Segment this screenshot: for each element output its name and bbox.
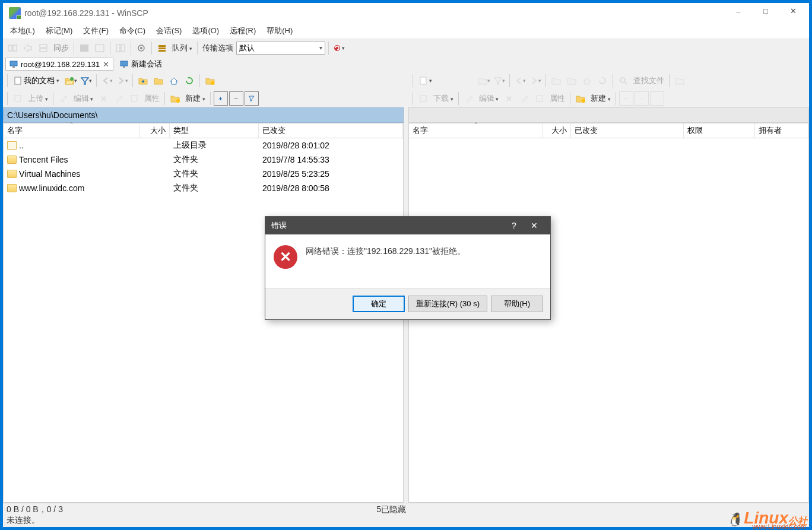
new-session-tab[interactable]: 新建会话 [116,58,166,71]
forward-icon[interactable] [528,74,543,88]
reload-icon[interactable] [595,74,610,88]
edit-icon[interactable] [56,91,71,106]
properties-icon[interactable] [127,91,141,106]
new-label[interactable]: 新建 [183,93,207,104]
edit-label[interactable]: 编辑 [477,93,501,104]
filter-icon[interactable] [492,74,506,88]
table-row[interactable]: www.linuxidc.com文件夹2019/8/28 8:00:58 [4,181,403,195]
root-folder-icon[interactable] [564,74,579,88]
delete-x-icon[interactable]: ✕ [96,91,110,106]
bookmark-icon[interactable] [673,74,687,88]
download-icon[interactable] [416,91,430,106]
rename-icon[interactable] [112,91,126,106]
queue-label[interactable]: 队列 [170,43,194,53]
maximize-button[interactable]: □ [752,3,779,20]
filter-icon[interactable] [79,74,93,88]
remote-drive-combo[interactable] [416,74,475,88]
refresh-icon[interactable] [332,41,346,55]
ok-button[interactable]: 确定 [353,296,405,312]
menu-command[interactable]: 命令(C) [115,24,150,38]
close-button[interactable]: ✕ [779,3,807,20]
select-none-icon[interactable]: − [635,91,649,106]
upload-icon[interactable] [11,91,25,106]
bookmark-icon[interactable] [203,74,217,88]
home-icon[interactable] [167,74,181,88]
minimize-button[interactable]: – [725,3,752,20]
help-button[interactable]: 帮助(H) [491,296,543,312]
new-folder-icon[interactable] [168,91,182,106]
select-all-icon[interactable]: + [214,91,228,106]
commander-icon[interactable] [113,41,128,55]
local-drive-combo[interactable]: 我的文档 [11,74,62,88]
col-type[interactable]: 类型 [170,123,259,138]
properties-icon[interactable] [532,91,547,106]
reload-icon[interactable] [182,74,196,88]
table-row[interactable]: Virtual Machines文件夹2019/8/25 5:23:25 [4,167,403,181]
props-label[interactable]: 属性 [142,93,161,104]
invert-select-icon[interactable] [245,91,259,106]
explorer-icon[interactable] [93,41,107,55]
menu-file[interactable]: 文件(F) [78,24,113,38]
dialog-title: 错误 [271,220,504,231]
new-folder-icon[interactable] [573,91,588,106]
delete-x-icon[interactable]: ✕ [502,91,516,106]
menu-help[interactable]: 帮助(H) [262,24,297,38]
svg-rect-21 [420,77,426,84]
parent-folder-icon[interactable] [136,74,150,88]
menu-mark[interactable]: 标记(M) [41,24,78,38]
open-folder-icon[interactable] [477,74,491,88]
root-folder-icon[interactable] [151,74,166,88]
preferences-icon[interactable] [134,41,148,55]
col-name[interactable]: 名字 [409,123,543,138]
dialog-close-icon[interactable]: ✕ [524,218,544,233]
edit-icon[interactable] [462,91,476,106]
local-action-toolbar: 上传 编辑 ✕ 属性 新建 + − [3,90,404,107]
rename-icon[interactable] [517,91,531,106]
upload-label[interactable]: 上传 [26,93,50,104]
menu-options[interactable]: 选项(O) [188,24,224,38]
table-row[interactable]: Tencent Files文件夹2019/7/8 14:55:33 [4,153,403,167]
back-icon[interactable] [513,74,527,88]
select-none-icon[interactable]: − [229,91,243,106]
table-row[interactable]: ..上级目录2019/8/28 8:01:02 [4,138,403,153]
download-label[interactable]: 下载 [432,93,455,104]
edit-label[interactable]: 编辑 [72,93,96,104]
sync-dirs-icon[interactable] [21,41,35,55]
props-label[interactable]: 属性 [548,93,567,104]
transfer-preset-select[interactable]: 默认 [236,42,325,55]
menu-remote[interactable]: 远程(R) [225,24,261,38]
col-size[interactable]: 大小 [140,123,170,138]
open-folder-icon[interactable] [64,74,78,88]
svg-point-26 [176,99,180,103]
back-icon[interactable] [100,74,114,88]
col-rights[interactable]: 权限 [684,123,755,138]
col-name[interactable]: 名字 [4,123,140,138]
col-owner[interactable]: 拥有者 [755,123,808,138]
home-icon[interactable] [580,74,594,88]
find-files-icon[interactable] [616,74,630,88]
local-path[interactable]: C:\Users\hu\Documents\ [3,107,404,123]
col-size[interactable]: 大小 [543,123,571,138]
remote-file-list[interactable] [408,138,809,503]
session-tab-active[interactable]: root@192.168.229.131 ✕ [5,58,113,71]
col-changed[interactable]: 已改变 [571,123,684,138]
menu-local[interactable]: 本地(L) [5,24,40,38]
close-tab-icon[interactable]: ✕ [103,60,109,69]
find-files-label[interactable]: 查找文件 [632,75,666,86]
queue-icon[interactable] [155,41,169,55]
sync-browse-icon[interactable] [36,41,50,55]
reconnect-button[interactable]: 重新连接(R) (30 s) [408,296,487,312]
new-label[interactable]: 新建 [589,93,613,104]
parent-folder-icon[interactable] [549,74,563,88]
local-file-list[interactable]: ..上级目录2019/8/28 8:01:02Tencent Files文件夹2… [3,138,404,503]
dialog-help-icon[interactable]: ? [504,218,524,233]
forward-icon[interactable] [115,74,129,88]
terminal-icon[interactable] [77,41,91,55]
invert-select-icon[interactable] [650,91,664,106]
menu-session[interactable]: 会话(S) [151,24,186,38]
col-changed[interactable]: 已改变 [259,123,403,138]
compare-icon[interactable] [5,41,20,55]
select-all-icon[interactable]: + [619,91,633,106]
svg-point-19 [70,77,74,81]
svg-point-22 [620,78,625,82]
